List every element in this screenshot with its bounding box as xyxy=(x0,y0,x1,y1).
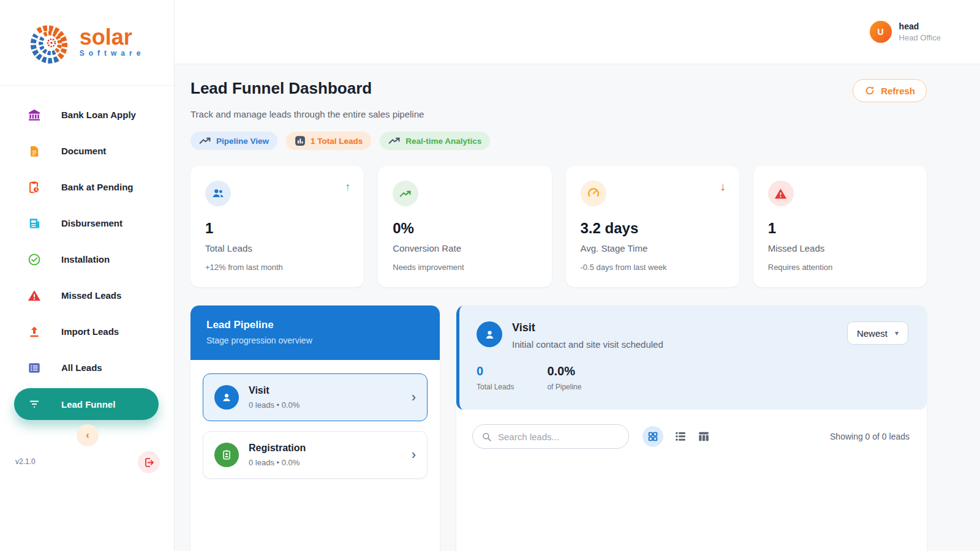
user-menu[interactable]: U head Head Office xyxy=(870,21,941,43)
sidebar-item-label: All Leads xyxy=(61,362,102,373)
refresh-icon xyxy=(864,85,875,96)
stage-detail-header: Visit Initial contact and site visit sch… xyxy=(456,305,927,410)
lead-pipeline-header: Lead Pipeline Stage progression overview xyxy=(190,305,440,360)
stage-card-visit[interactable]: Visit 0 leads • 0.0% › xyxy=(203,373,428,421)
stat-value: 3.2 days xyxy=(581,220,725,237)
stage-meta: 0 leads • 0.0% xyxy=(249,458,306,467)
stage-name: Registration xyxy=(249,443,306,454)
id-badge-icon xyxy=(214,443,239,467)
trend-line-icon xyxy=(199,137,211,145)
stat-subtext: Needs improvement xyxy=(393,263,537,272)
person-icon xyxy=(214,385,239,410)
columns-icon xyxy=(698,431,710,442)
grid-view-button[interactable] xyxy=(643,426,663,447)
check-circle-icon xyxy=(28,253,41,266)
user-name: head xyxy=(899,21,941,31)
search-input[interactable] xyxy=(498,432,620,442)
list-icon xyxy=(674,431,687,442)
stat-label: Conversion Rate xyxy=(393,243,537,253)
chevron-left-icon: ‹ xyxy=(86,429,89,441)
pipeline-title: Lead Pipeline xyxy=(206,319,424,331)
sidebar-item-import-leads[interactable]: Import Leads xyxy=(0,313,174,350)
warning-triangle-icon xyxy=(768,181,794,206)
showing-count: Showing 0 of 0 leads xyxy=(830,432,910,441)
sidebar-item-bank-loan-apply[interactable]: Bank Loan Apply xyxy=(0,97,174,133)
sidebar-item-installation[interactable]: Installation xyxy=(0,241,174,277)
badge-pipeline-view: Pipeline View xyxy=(190,132,277,150)
stat-subtext: +12% from last month xyxy=(205,263,349,272)
document-icon xyxy=(28,144,41,158)
app-version: v2.1.0 xyxy=(15,457,36,466)
upload-icon xyxy=(28,325,41,339)
badge-label: Pipeline View xyxy=(216,137,269,146)
stat-subtext: -0.5 days from last week xyxy=(581,263,725,272)
kanban-view-button[interactable] xyxy=(698,431,710,442)
detail-total-label: Total Leads xyxy=(477,383,514,391)
stat-card-avg-stage-time: ↓ 3.2 days Avg. Stage Time -0.5 days fro… xyxy=(566,166,739,287)
trend-up-icon: ↑ xyxy=(345,181,350,193)
stat-label: Total Leads xyxy=(205,243,349,253)
search-icon xyxy=(481,432,492,442)
lead-pipeline-panel: Lead Pipeline Stage progression overview… xyxy=(190,305,440,551)
stage-name: Visit xyxy=(249,385,300,396)
sidebar-item-label: Disbursement xyxy=(61,218,123,228)
refresh-button[interactable]: Refresh xyxy=(853,79,927,102)
list-view-button[interactable] xyxy=(674,431,687,442)
sidebar-item-disbursement[interactable]: Disbursement xyxy=(0,205,174,241)
bank-icon xyxy=(28,108,41,122)
bar-chart-icon xyxy=(295,135,306,146)
people-icon xyxy=(205,181,231,206)
trend-line-icon xyxy=(393,181,418,206)
clipboard-clock-icon xyxy=(28,181,41,194)
sidebar-item-document[interactable]: Document xyxy=(0,133,174,169)
sidebar-item-label: Installation xyxy=(61,254,110,264)
sidebar-collapse-button[interactable]: ‹ xyxy=(77,424,99,446)
stage-card-registration[interactable]: Registration 0 leads • 0.0% › xyxy=(203,431,428,479)
grid-icon xyxy=(647,431,658,442)
warning-triangle-icon xyxy=(28,289,41,302)
sidebar-item-all-leads[interactable]: All Leads xyxy=(0,350,174,386)
sidebar-item-bank-at-pending[interactable]: Bank at Pending xyxy=(0,169,174,205)
view-toggles xyxy=(643,426,710,447)
badge-label: Real-time Analytics xyxy=(405,137,481,146)
brand-tagline: Software xyxy=(80,49,145,58)
stage-detail-description: Initial contact and site visit scheduled xyxy=(512,339,663,350)
pipeline-subtitle: Stage progression overview xyxy=(206,335,424,345)
sidebar-item-label: Document xyxy=(61,146,106,156)
top-bar: U head Head Office xyxy=(175,0,980,64)
stats-row: ↑ 1 Total Leads +12% from last month 0% … xyxy=(190,166,927,287)
sidebar-item-lead-funnel[interactable]: Lead Funnel xyxy=(14,388,159,420)
chevron-right-icon: › xyxy=(412,391,416,404)
logout-button[interactable] xyxy=(138,451,160,473)
stat-value: 0% xyxy=(393,220,537,237)
receipt-icon xyxy=(28,217,41,230)
stat-label: Missed Leads xyxy=(768,243,912,253)
sidebar-item-label: Lead Funnel xyxy=(61,399,115,410)
stage-detail-title: Visit xyxy=(512,321,663,334)
detail-pct-label: of Pipeline xyxy=(547,383,581,391)
sidebar-item-missed-leads[interactable]: Missed Leads xyxy=(0,277,174,313)
main-content: Lead Funnel Dashboard Refresh Track and … xyxy=(175,64,980,551)
chevron-down-icon: ▾ xyxy=(895,329,899,337)
badge-label: 1 Total Leads xyxy=(311,137,363,146)
brand-name: solar xyxy=(80,28,145,47)
trend-down-icon: ↓ xyxy=(720,181,726,193)
funnel-icon xyxy=(28,397,41,411)
chevron-right-icon: › xyxy=(412,448,416,462)
sidebar-nav: Bank Loan Apply Document Bank at Pending… xyxy=(0,86,174,420)
sidebar-item-label: Bank Loan Apply xyxy=(61,110,136,120)
stat-label: Avg. Stage Time xyxy=(581,243,725,253)
avatar: U xyxy=(870,21,892,43)
badge-total-leads: 1 Total Leads xyxy=(286,132,371,150)
sort-dropdown[interactable]: Newest ▾ xyxy=(847,321,908,345)
refresh-label: Refresh xyxy=(881,86,915,96)
gauge-icon xyxy=(581,181,606,206)
detail-pct-value: 0.0% xyxy=(547,364,581,378)
page-subtitle: Track and manage leads through the entir… xyxy=(190,109,927,119)
search-box xyxy=(472,424,629,449)
badge-realtime-analytics: Real-time Analytics xyxy=(380,132,490,150)
detail-total-value: 0 xyxy=(477,364,514,378)
stat-value: 1 xyxy=(205,220,349,237)
sidebar-item-label: Bank at Pending xyxy=(61,182,134,192)
user-role: Head Office xyxy=(899,33,941,42)
